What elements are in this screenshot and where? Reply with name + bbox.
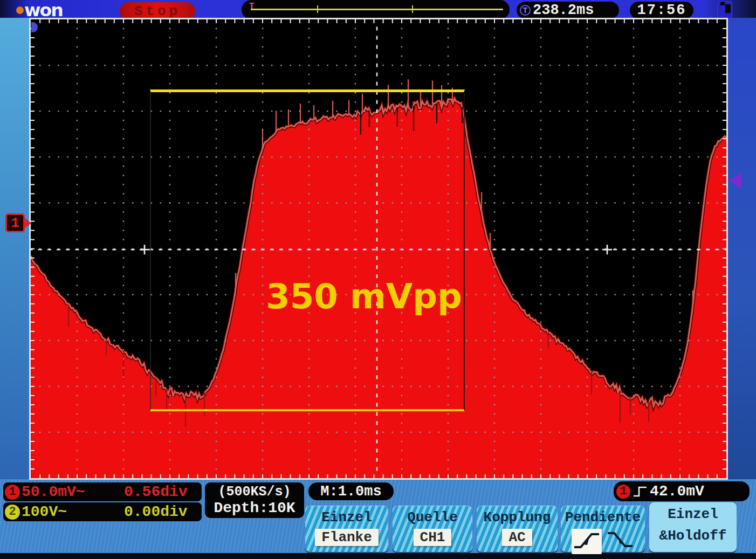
trigger-level-marker-icon[interactable]	[729, 172, 741, 189]
menu-button-source[interactable]: Quelle CH1	[393, 506, 472, 552]
channel1-position-marker[interactable]: 1	[5, 213, 25, 232]
vpp-annotation: 350 mVpp	[245, 277, 483, 316]
owon-logo-text: won	[24, 2, 63, 18]
trigger-time-readout: T 238.2ms	[517, 2, 619, 19]
sample-rate: (500KS/s)	[218, 484, 291, 500]
channel1-status-bar: 1 50.0mV~ 0.56div	[3, 482, 202, 501]
menu-value: &Holdoff	[649, 528, 737, 544]
ruler-tick	[412, 5, 413, 13]
falling-slope-icon[interactable]	[606, 530, 634, 553]
clock: 17:56	[630, 2, 693, 19]
channel1-marker-label: 1	[11, 215, 19, 231]
trigger-position-ruler[interactable]: T	[242, 0, 510, 19]
menu-value: CH1	[414, 529, 452, 546]
channel2-scale: 100V~	[22, 503, 124, 520]
menu-title: Pendiente	[561, 509, 645, 526]
timebase-value: M:1.0ms	[320, 484, 381, 500]
graticule-area: 350 mVpp	[29, 18, 728, 480]
menu-title: Kopplung	[477, 509, 558, 526]
usb-device-icon	[717, 1, 732, 18]
menu-button-coupling[interactable]: Kopplung AC	[477, 506, 558, 552]
rising-edge-icon	[633, 485, 648, 498]
menu-button-slope[interactable]: Pendiente	[561, 506, 645, 552]
run-state-label: Stop	[134, 3, 181, 19]
oscilloscope-display: won Stop T T 238.2ms 17:56 350 mVpp 1 1 …	[0, 0, 756, 559]
menu-button-trigger-mode[interactable]: Einzel Flanke	[305, 506, 388, 552]
rising-slope-icon[interactable]	[572, 529, 602, 554]
trigger-time-value: 238.2ms	[533, 2, 594, 18]
menu-value: Flanke	[315, 529, 379, 546]
trigger-t-icon: T	[520, 5, 531, 16]
trigger-level-readout: 1 42.0mV	[614, 481, 750, 501]
measurement-cursor-box[interactable]	[150, 89, 465, 411]
menu-title: Einzel	[649, 506, 737, 522]
menu-title: Einzel	[305, 509, 388, 526]
trigger-source-badge: 1	[616, 485, 630, 499]
trigger-position-t-icon: T	[249, 3, 257, 10]
channel1-scale: 50.0mV~	[22, 484, 124, 500]
right-bezel	[728, 18, 756, 479]
left-bezel	[0, 18, 29, 479]
memory-depth: Depth:10K	[214, 500, 295, 516]
ruler-tick	[317, 5, 318, 13]
menu-title: Quelle	[393, 509, 472, 526]
trigger-level-value: 42.0mV	[650, 483, 704, 500]
menu-value: AC	[502, 529, 532, 546]
timebase-readout: M:1.0ms	[308, 482, 394, 500]
channel1-badge: 1	[5, 485, 20, 500]
channel2-badge: 2	[5, 505, 20, 520]
channel2-status-bar: 2 100V~ 0.00div	[3, 502, 202, 521]
owon-logo: won	[16, 1, 63, 20]
menu-button-single-holdoff[interactable]: Einzel &Holdoff	[649, 502, 737, 552]
channel2-position: 0.00div	[124, 503, 188, 520]
owon-logo-o-icon	[16, 6, 24, 14]
acquisition-info-box: (500KS/s) Depth:10K	[205, 482, 304, 518]
channel1-position: 0.56div	[124, 484, 188, 500]
clock-value: 17:56	[637, 2, 686, 18]
trigger-position-line	[251, 9, 503, 10]
